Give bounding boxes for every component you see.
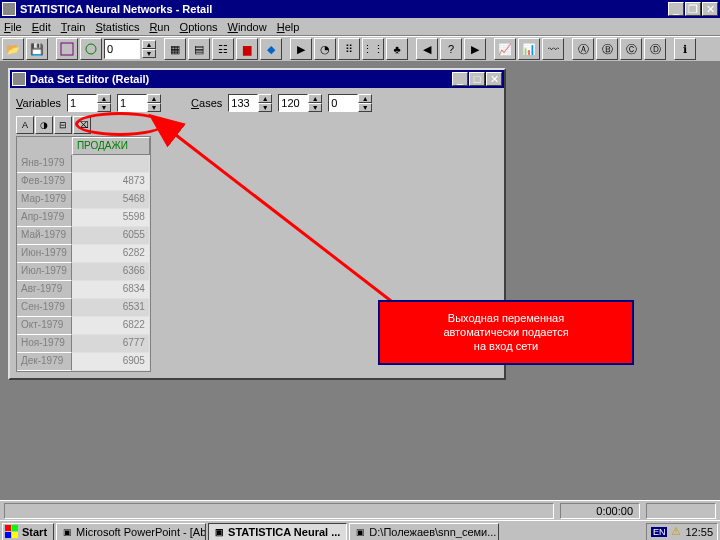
menu-file[interactable]: File <box>4 21 22 33</box>
case-c-up[interactable]: ▲ <box>358 94 372 103</box>
row-header[interactable]: Ноя-1979 <box>17 335 72 353</box>
tool-bar-chart-icon[interactable]: 📊 <box>518 38 540 60</box>
variables-a-input[interactable] <box>67 94 97 112</box>
tool-back-icon[interactable]: ◀ <box>416 38 438 60</box>
tool-tree-icon[interactable]: ♣ <box>386 38 408 60</box>
tool-pie-icon[interactable]: ◔ <box>314 38 336 60</box>
data-cell[interactable]: 6055 <box>72 227 150 245</box>
menu-train[interactable]: Train <box>61 21 86 33</box>
cases-b-input[interactable] <box>278 94 308 112</box>
tool-table-icon[interactable]: ▤ <box>188 38 210 60</box>
grid-tool-tag-icon[interactable]: ◑ <box>35 116 53 134</box>
task-label: D:\Полежаев\snn_семи... <box>369 526 496 538</box>
grid-tool-lock-icon[interactable]: ⊟ <box>54 116 72 134</box>
tool-line-chart-icon[interactable]: 📈 <box>494 38 516 60</box>
menu-statistics[interactable]: Statistics <box>95 21 139 33</box>
tool-columns-icon[interactable]: ☷ <box>212 38 234 60</box>
maximize-button[interactable]: ❐ <box>685 2 701 16</box>
callout-line-1: Выходная переменная <box>392 312 620 326</box>
close-button[interactable]: ✕ <box>702 2 718 16</box>
start-button[interactable]: Start <box>2 523 54 541</box>
data-grid[interactable]: Янв-1979Фев-1979Мар-1979Апр-1979Май-1979… <box>16 136 151 372</box>
data-cell[interactable]: 6282 <box>72 245 150 263</box>
child-close-button[interactable]: ✕ <box>486 72 502 86</box>
row-header[interactable]: Окт-1979 <box>17 317 72 335</box>
row-header[interactable]: Мар-1979 <box>17 191 72 209</box>
child-maximize-button[interactable]: □ <box>469 72 485 86</box>
menu-run[interactable]: Run <box>149 21 169 33</box>
data-cell[interactable]: 4873 <box>72 173 150 191</box>
var-a-up[interactable]: ▲ <box>97 94 111 103</box>
taskbar-task[interactable]: ▣D:\Полежаев\snn_семи... <box>349 523 499 541</box>
row-header[interactable]: Фев-1979 <box>17 173 72 191</box>
tool-open-icon[interactable]: 📂 <box>2 38 24 60</box>
case-c-down[interactable]: ▼ <box>358 103 372 112</box>
tray-language-indicator[interactable]: EN <box>651 527 668 537</box>
grid-tool-a-icon[interactable]: A <box>16 116 34 134</box>
row-header[interactable]: Июн-1979 <box>17 245 72 263</box>
taskbar-task[interactable]: ▣STATISTICA Neural ... <box>208 523 347 541</box>
svg-rect-4 <box>5 525 11 531</box>
tool-c-icon[interactable]: Ⓒ <box>620 38 642 60</box>
case-a-down[interactable]: ▼ <box>258 103 272 112</box>
tool-save-icon[interactable]: 💾 <box>26 38 48 60</box>
tool-net2-icon[interactable] <box>80 38 102 60</box>
grid-tool-clear-icon[interactable]: ⌫ <box>73 116 91 134</box>
toolbar: 📂 💾 0 ▲▼ ▦ ▤ ☷ ▆ ◆ ▶ ◔ ⠿ ⋮⋮ ♣ ◀ ? ▶ 📈 📊 … <box>0 36 720 62</box>
zoom-down-button[interactable]: ▼ <box>142 49 156 58</box>
minimize-button[interactable]: _ <box>668 2 684 16</box>
row-header[interactable]: Авг-1979 <box>17 281 72 299</box>
menu-window[interactable]: Window <box>228 21 267 33</box>
tool-a-icon[interactable]: Ⓐ <box>572 38 594 60</box>
data-cell[interactable]: 6531 <box>72 299 150 317</box>
var-b-up[interactable]: ▲ <box>147 94 161 103</box>
tray-alert-icon[interactable]: ⚠ <box>671 525 681 538</box>
zoom-up-button[interactable]: ▲ <box>142 40 156 49</box>
data-cell[interactable]: 6777 <box>72 335 150 353</box>
tool-scatter-icon[interactable]: ⠿ <box>338 38 360 60</box>
child-minimize-button[interactable]: _ <box>452 72 468 86</box>
var-b-down[interactable]: ▼ <box>147 103 161 112</box>
tool-d-icon[interactable]: Ⓓ <box>644 38 666 60</box>
tool-forward-icon[interactable]: ▶ <box>464 38 486 60</box>
variables-b-input[interactable] <box>117 94 147 112</box>
row-header[interactable]: Май-1979 <box>17 227 72 245</box>
tool-wave-icon[interactable]: 〰 <box>542 38 564 60</box>
var-a-down[interactable]: ▼ <box>97 103 111 112</box>
row-header[interactable]: Июл-1979 <box>17 263 72 281</box>
data-cell[interactable]: 6822 <box>72 317 150 335</box>
data-cell[interactable]: 6834 <box>72 281 150 299</box>
tool-chart2-icon[interactable]: ◆ <box>260 38 282 60</box>
tool-b-icon[interactable]: Ⓑ <box>596 38 618 60</box>
tool-chart1-icon[interactable]: ▆ <box>236 38 258 60</box>
case-b-up[interactable]: ▲ <box>308 94 322 103</box>
system-tray[interactable]: EN ⚠ 12:55 <box>646 523 718 541</box>
cases-a-input[interactable] <box>228 94 258 112</box>
cases-c-input[interactable] <box>328 94 358 112</box>
menu-help[interactable]: Help <box>277 21 300 33</box>
data-cell[interactable]: 6905 <box>72 353 150 371</box>
case-a-up[interactable]: ▲ <box>258 94 272 103</box>
menu-edit[interactable]: Edit <box>32 21 51 33</box>
variables-label: Variables <box>16 97 61 109</box>
tool-help-icon[interactable]: ? <box>440 38 462 60</box>
taskbar-task[interactable]: ▣Microsoft PowerPoint - [Ab... <box>56 523 206 541</box>
row-header[interactable]: Янв-1979 <box>17 155 72 173</box>
column-header[interactable]: ПРОДАЖИ <box>72 137 150 155</box>
tool-run-icon[interactable]: ▶ <box>290 38 312 60</box>
data-cell[interactable]: 5598 <box>72 209 150 227</box>
tool-net1-icon[interactable] <box>56 38 78 60</box>
svg-rect-0 <box>61 43 73 55</box>
row-header[interactable]: Дек-1979 <box>17 353 72 371</box>
data-cell[interactable] <box>72 155 150 173</box>
tool-grid-icon[interactable]: ▦ <box>164 38 186 60</box>
menu-options[interactable]: Options <box>180 21 218 33</box>
data-cell[interactable]: 5468 <box>72 191 150 209</box>
data-cell[interactable]: 6366 <box>72 263 150 281</box>
tool-context-help-icon[interactable]: ℹ <box>674 38 696 60</box>
case-b-down[interactable]: ▼ <box>308 103 322 112</box>
row-header[interactable]: Сен-1979 <box>17 299 72 317</box>
row-header[interactable]: Апр-1979 <box>17 209 72 227</box>
toolbar-zoom-field[interactable]: 0 <box>104 39 140 59</box>
tool-cluster-icon[interactable]: ⋮⋮ <box>362 38 384 60</box>
